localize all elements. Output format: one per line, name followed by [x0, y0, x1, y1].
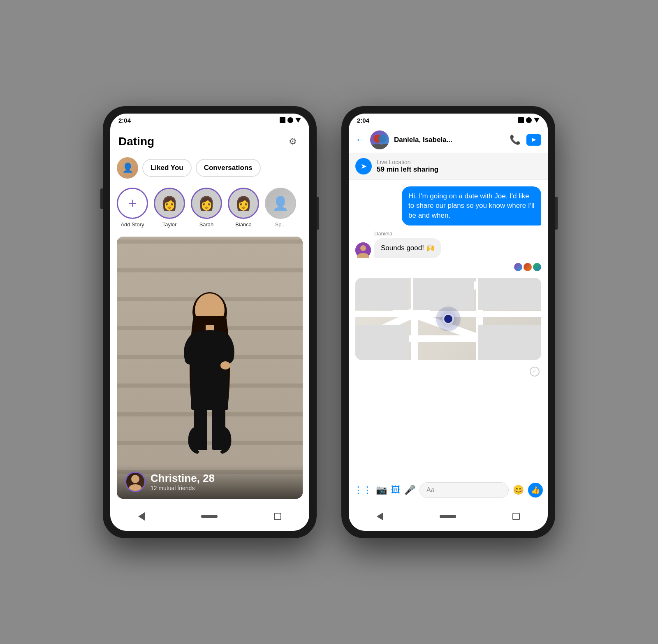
image-icon[interactable]: 🖼 [391, 485, 400, 495]
input-bar: ⋮⋮ 📷 🖼 🎤 Aa 😊 👍 [349, 478, 548, 502]
user-avatar[interactable]: 👤 [117, 157, 138, 179]
back-button[interactable]: ← [355, 134, 365, 145]
profile-friends: 12 mutual friends [151, 485, 215, 491]
more-avatar: 👤 [272, 195, 289, 211]
person-svg [164, 279, 255, 456]
live-location-banner[interactable]: ➤ Live Location 59 min left sharing [349, 153, 548, 180]
status-bar-left: 2:04 [110, 114, 309, 127]
input-placeholder: Aa [426, 486, 435, 494]
emoji-icon[interactable]: 😊 [513, 485, 524, 495]
taylor-label: Taylor [162, 221, 177, 228]
sarah-label: Sarah [199, 221, 214, 228]
home-nav-right[interactable] [440, 515, 456, 518]
profile-info-overlay: Christine, 28 12 mutual friends [117, 465, 303, 499]
sarah-story-item[interactable]: 👩 Sarah [191, 188, 222, 228]
taylor-avatar: 👩 [161, 195, 178, 211]
message-input[interactable]: Aa [419, 482, 509, 498]
status-bar-right: 2:04 [349, 114, 548, 127]
grid-icon[interactable]: ⋮⋮ [354, 485, 372, 495]
add-story-item[interactable]: + Add Story [117, 188, 148, 228]
status-icons-left [280, 117, 301, 123]
power-button [317, 197, 319, 230]
checkmark-area: ✓ [355, 367, 541, 377]
sent-message-text: Hi, I'm going on a date with Joe. I'd li… [408, 192, 535, 220]
taylor-story-circle[interactable]: 👩 [154, 188, 185, 219]
map-block4 [355, 325, 409, 360]
header-action-icons: 📞 [510, 134, 541, 146]
bianca-story-item[interactable]: 👩 Bianca [228, 188, 259, 228]
received-message-text: Sounds good! 🙌 [381, 244, 435, 252]
location-dot [443, 313, 454, 325]
messenger-header: ← Daniela, Isabela... 📞 [349, 127, 548, 153]
mic-icon[interactable]: 🎤 [404, 485, 415, 495]
svg-point-4 [220, 361, 230, 370]
sarah-avatar: 👩 [198, 195, 215, 211]
add-story-label: Add Story [120, 221, 144, 228]
camera-icon[interactable]: 📷 [376, 485, 387, 495]
bianca-story-circle[interactable]: 👩 [228, 188, 259, 219]
more-story-circle[interactable]: 👤 [265, 188, 296, 219]
profile-small-avatar [125, 472, 146, 492]
more-label: Sp... [275, 221, 286, 228]
bottom-nav-right [349, 502, 548, 531]
more-story-item[interactable]: 👤 Sp... [265, 188, 296, 228]
battery-icon [295, 118, 301, 123]
read-receipts [355, 263, 541, 271]
received-message-bubble: Sounds good! 🙌 [374, 238, 441, 258]
like-button[interactable]: 👍 [528, 483, 543, 498]
read-avatar-2 [524, 263, 532, 271]
tabs-row: 👤 Liked You Conversations [110, 154, 309, 182]
location-icon: ➤ [355, 158, 372, 174]
group-avatar-icon [370, 130, 389, 149]
bianca-avatar: 👩 [235, 195, 252, 211]
map-block1 [355, 278, 409, 310]
svg-point-9 [378, 135, 387, 143]
map-bubble[interactable] [355, 278, 541, 360]
profile-name: Christine, 28 [151, 472, 215, 485]
svg-point-7 [131, 475, 139, 483]
read-avatar-1 [514, 263, 522, 271]
map-block3 [478, 278, 541, 310]
daniela-avatar-icon [355, 242, 371, 258]
battery-icon-r [534, 118, 540, 123]
chat-area: Hi, I'm going on a date with Joe. I'd li… [349, 180, 548, 478]
call-button[interactable]: 📞 [510, 135, 521, 145]
volume-button [100, 188, 103, 209]
bianca-label: Bianca [235, 221, 252, 228]
sender-name-label: Daniela [374, 230, 541, 237]
status-time-left: 2:04 [118, 117, 131, 124]
back-nav-button[interactable] [138, 512, 145, 521]
stories-row: + Add Story 👩 Taylor 👩 Sarah [110, 182, 309, 233]
conversation-name[interactable]: Daniela, Isabela... [394, 136, 505, 144]
right-phone: 2:04 ← Daniela, Isabela... 📞 [341, 106, 555, 538]
live-location-title: Live Location [377, 159, 438, 165]
video-call-button[interactable] [526, 134, 541, 146]
wifi-icon [287, 117, 293, 123]
conversation-avatar[interactable] [370, 130, 389, 149]
profile-card[interactable]: Christine, 28 12 mutual friends [117, 237, 303, 499]
received-message-row: Sounds good! 🙌 [355, 238, 541, 258]
sent-message-row: Hi, I'm going on a date with Joe. I'd li… [355, 186, 541, 226]
liked-you-tab[interactable]: Liked You [142, 159, 192, 177]
sent-message-bubble: Hi, I'm going on a date with Joe. I'd li… [402, 186, 541, 226]
settings-button[interactable]: ⚙ [285, 133, 301, 150]
recents-nav-right[interactable] [512, 513, 520, 520]
home-nav-button[interactable] [201, 515, 218, 518]
location-text: Live Location 59 min left sharing [377, 159, 438, 174]
profile-background [117, 237, 303, 499]
recents-nav-button[interactable] [274, 513, 281, 520]
add-story-circle[interactable]: + [117, 188, 148, 219]
read-avatar-3 [533, 263, 541, 271]
status-icons-right [518, 117, 540, 123]
delivered-icon: ✓ [530, 367, 540, 377]
taylor-story-item[interactable]: 👩 Taylor [154, 188, 185, 228]
live-location-subtitle: 59 min left sharing [377, 165, 438, 174]
signal-icon [280, 117, 285, 123]
power-button-right [555, 197, 558, 230]
profile-text-group: Christine, 28 12 mutual friends [151, 472, 215, 491]
svg-point-11 [360, 245, 366, 251]
conversations-tab[interactable]: Conversations [196, 159, 261, 177]
back-nav-right[interactable] [377, 512, 383, 521]
status-time-right: 2:04 [357, 117, 369, 124]
sarah-story-circle[interactable]: 👩 [191, 188, 222, 219]
